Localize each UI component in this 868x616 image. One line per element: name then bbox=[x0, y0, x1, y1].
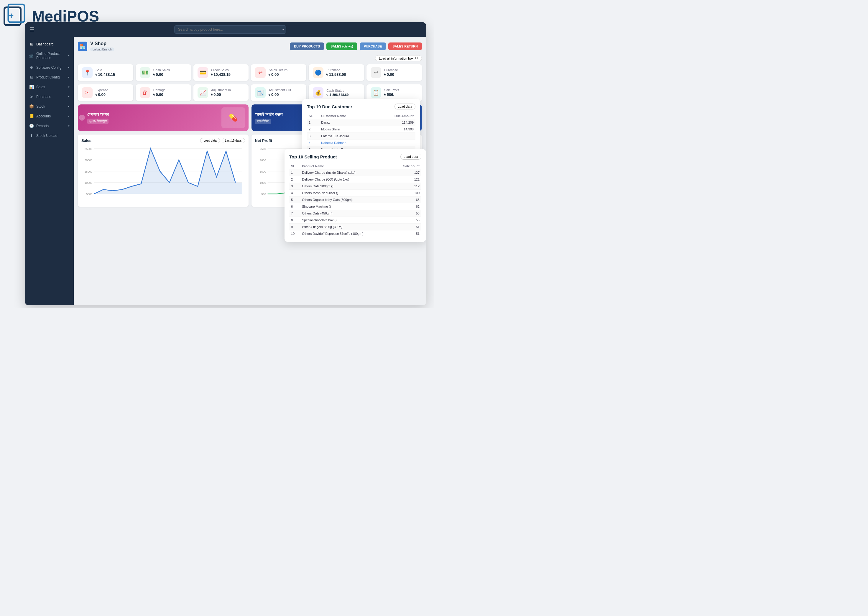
sale-stat-info: Sale ৳ 10,438.15 bbox=[96, 68, 115, 77]
sales-return-stat-value: ৳ 0.00 bbox=[269, 72, 287, 77]
selling-product-load-button[interactable]: Load data bbox=[400, 154, 421, 160]
expand-arrow-icon: ▾ bbox=[68, 124, 70, 127]
cash-sales-stat-icon: 💵 bbox=[140, 67, 150, 78]
selling-product-count: 112 bbox=[393, 183, 421, 190]
stat-card-adjustment-in: 📈 Adjustment In ৳ 0.00 bbox=[193, 84, 249, 101]
due-customer-amount bbox=[379, 133, 415, 140]
purchase-return-stat-info: Purchase ৳ 0.00 bbox=[384, 68, 398, 77]
cash-status-stat-info: Cash Status ৳ -1,896,548.69 bbox=[326, 89, 348, 97]
sales-chart-controls: Load data Last 15 days bbox=[200, 138, 245, 143]
svg-text:25000: 25000 bbox=[85, 147, 92, 151]
promo-prev-arrow[interactable]: ‹ bbox=[79, 115, 85, 121]
sale-stat-label: Sale bbox=[96, 68, 115, 72]
sidebar-label-product-config: Product Config bbox=[36, 75, 60, 79]
stat-card-sale-profit: 📋 Sale Profit ৳ 586. bbox=[367, 84, 422, 101]
stat-card-cash-sales: 💵 Cash Sales ৳ 0.00 bbox=[136, 64, 191, 81]
sales-period-button[interactable]: Last 15 days bbox=[222, 138, 245, 143]
sidebar-item-sales[interactable]: 📊 Sales ▾ bbox=[25, 82, 74, 92]
stats-grid-row1: 📍 Sale ৳ 10,438.15 💵 Cash Sales ৳ 0.00 💳 bbox=[78, 64, 422, 81]
sidebar-item-software-config[interactable]: ⚙ Software Config ▾ bbox=[25, 63, 74, 72]
sale-profit-stat-value: ৳ 586. bbox=[384, 92, 399, 97]
hamburger-icon[interactable]: ☰ bbox=[30, 26, 34, 33]
search-input[interactable] bbox=[174, 25, 286, 34]
sales-load-data-button[interactable]: Load data bbox=[200, 138, 220, 143]
stat-card-credit-sales: 💳 Credit Sales ৳ 10,438.15 bbox=[193, 64, 249, 81]
credit-sales-stat-label: Credit Sales bbox=[211, 68, 230, 72]
sidebar-item-stock-upload[interactable]: ⬆ Stock Upload bbox=[25, 131, 74, 140]
selling-product-table: SL Product Name Sale count 1 Delivery Ch… bbox=[289, 163, 421, 237]
store-details: V Shop Lalbag Branch bbox=[90, 41, 114, 52]
stat-card-adjustment-out: 📉 Adjustment Out ৳ 0.00 bbox=[251, 84, 306, 101]
selling-product-sl: 6 bbox=[289, 203, 300, 210]
damage-stat-icon: 🗑 bbox=[140, 87, 150, 98]
purchase-button[interactable]: PURCHASE bbox=[360, 42, 386, 50]
adjustment-out-stat-value: ৳ 0.00 bbox=[269, 92, 291, 97]
store-name: V Shop bbox=[90, 41, 114, 46]
expand-arrow-icon: ▾ bbox=[68, 54, 70, 57]
svg-text:+: + bbox=[9, 11, 14, 20]
sidebar-item-online-product-purchase[interactable]: 🛒 Online Product Purchase ▾ bbox=[25, 49, 74, 63]
selling-product-name: Special chocolate box () bbox=[300, 217, 393, 224]
due-customer-load-button[interactable]: Load data bbox=[395, 104, 415, 110]
buy-products-button[interactable]: BUY PRODUCTS bbox=[290, 42, 324, 50]
top-nav: ☰ ▾ bbox=[25, 22, 426, 37]
promo-pink-product-image: 💊 bbox=[221, 107, 245, 128]
accounts-icon: 📒 bbox=[29, 114, 34, 118]
promo-blue-content: আজই অর্ডার করুন স্টক সীমিত bbox=[255, 112, 283, 124]
sidebar-item-accounts[interactable]: 📒 Accounts ▾ bbox=[25, 111, 74, 121]
purchase-return-stat-label: Purchase bbox=[384, 68, 398, 72]
sales-return-button[interactable]: SALES RETURN bbox=[388, 42, 422, 50]
load-info-bar: Load all information box ☐ bbox=[78, 55, 422, 61]
selling-product-count: 100 bbox=[393, 190, 421, 196]
selling-product-row: 3 Others Oats 900gm () 112 bbox=[289, 183, 421, 190]
sale-profit-stat-info: Sale Profit ৳ 586. bbox=[384, 88, 399, 97]
purchase-stat-icon: 🔵 bbox=[313, 67, 323, 78]
promo-banner-pink: ‹ স্পেশাল অফার ২৮% ডিসকাউন্ট 💊 bbox=[78, 104, 249, 131]
expense-stat-icon: ✂ bbox=[82, 87, 92, 98]
adjustment-in-stat-info: Adjustment In ৳ 0.00 bbox=[211, 88, 231, 97]
sales-icon: 📊 bbox=[29, 85, 34, 89]
sidebar-label-dashboard: Dashboard bbox=[36, 42, 54, 46]
selling-product-col-count: Sale count bbox=[393, 163, 421, 169]
stat-card-cash-status: 💰 Cash Status ৳ -1,896,548.69 bbox=[309, 84, 364, 101]
svg-text:2500: 2500 bbox=[260, 147, 266, 151]
selling-product-name: Delivery Charge (OD) (Upto 1kg) bbox=[300, 176, 393, 183]
sales-button[interactable]: SALES (ctrl+s) bbox=[326, 42, 357, 50]
selling-product-row: 7 Others Oats (450gm) 53 bbox=[289, 210, 421, 217]
sidebar-item-purchase[interactable]: 🛍 Purchase ▾ bbox=[25, 92, 74, 102]
store-header: 🏪 V Shop Lalbag Branch BUY PRODUCTS SALE… bbox=[78, 41, 422, 52]
damage-stat-value: ৳ 0.00 bbox=[153, 92, 166, 97]
selling-product-sl: 5 bbox=[289, 196, 300, 203]
cash-status-stat-value: ৳ -1,896,548.69 bbox=[326, 93, 348, 97]
purchase-stat-label: Purchase bbox=[326, 68, 346, 72]
selling-product-sl: 1 bbox=[289, 169, 300, 176]
sidebar-item-reports[interactable]: 🕐 Reports ▾ bbox=[25, 121, 74, 131]
svg-text:20000: 20000 bbox=[85, 159, 92, 162]
selling-product-name: Others Organic baby Oats (500gm) bbox=[300, 196, 393, 203]
search-chevron-icon: ▾ bbox=[282, 28, 284, 31]
sidebar-item-product-config[interactable]: ⊟ Product Config ▾ bbox=[25, 72, 74, 82]
sales-chart-title: Sales bbox=[81, 138, 91, 143]
selling-product-row: 10 Others Davidoff Espresso 57coffe (100… bbox=[289, 230, 421, 237]
sidebar-label-stock: Stock bbox=[36, 104, 45, 108]
selling-product-row: 6 Sinocare Machine () 62 bbox=[289, 203, 421, 210]
store-actions: BUY PRODUCTS SALES (ctrl+s) PURCHASE SAL… bbox=[290, 42, 422, 50]
selling-product-col-sl: SL bbox=[289, 163, 300, 169]
stat-card-sale: 📍 Sale ৳ 10,438.15 bbox=[78, 64, 133, 81]
selling-product-count: 53 bbox=[393, 210, 421, 217]
selling-product-sl: 7 bbox=[289, 210, 300, 217]
adjustment-in-stat-label: Adjustment In bbox=[211, 88, 231, 92]
sidebar-item-stock[interactable]: 📦 Stock ▾ bbox=[25, 102, 74, 111]
selling-product-sl: 8 bbox=[289, 217, 300, 224]
purchase-icon: 🛍 bbox=[29, 94, 34, 99]
promo-blue-sub: স্টক সীমিত bbox=[255, 119, 271, 124]
due-customer-row: 4 Nabeela Rahman bbox=[307, 140, 415, 146]
product-config-icon: ⊟ bbox=[29, 75, 34, 79]
load-all-info-button[interactable]: Load all information box ☐ bbox=[375, 55, 422, 61]
sidebar-label-reports: Reports bbox=[36, 124, 49, 128]
sidebar-label-sales: Sales bbox=[36, 85, 45, 89]
cash-status-stat-label: Cash Status bbox=[326, 89, 348, 92]
sidebar-item-dashboard[interactable]: ⊞ Dashboard bbox=[25, 39, 74, 49]
sidebar-label-stock-upload: Stock Upload bbox=[36, 134, 57, 138]
due-customer-col-sl: SL bbox=[307, 113, 319, 119]
